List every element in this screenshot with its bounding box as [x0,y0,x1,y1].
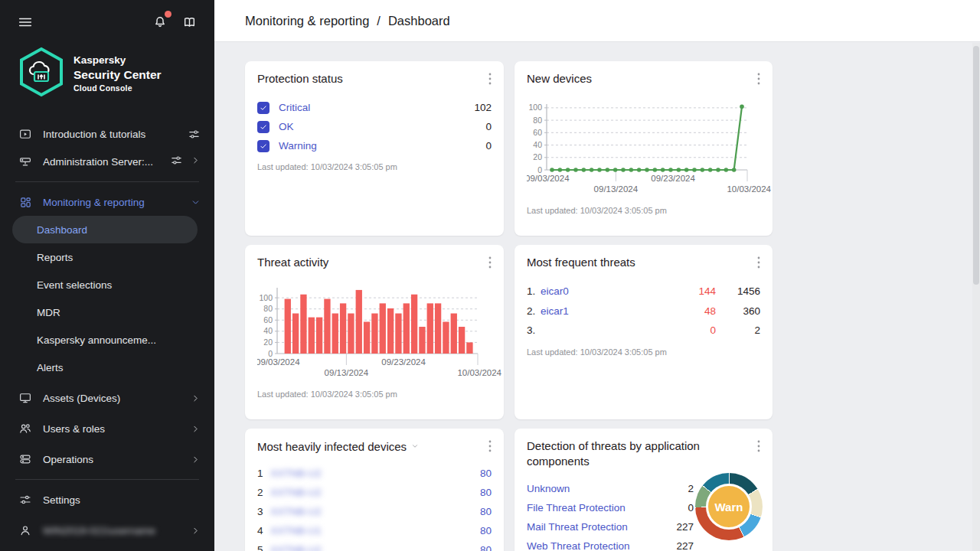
checkbox-critical[interactable] [257,102,270,114]
card-title-text: Most heavily infected devices [257,440,407,453]
threat-activity-bar-chart: 02040608010009/03/202409/23/202409/13/20… [257,283,492,383]
device-count: 80 [480,468,492,479]
settings-sliders-icon [18,493,32,507]
sidebar-item-monitoring-reporting[interactable]: Monitoring & reporting [0,188,214,216]
card-title: Protection status [257,71,343,86]
last-updated-text: Last updated: 10/03/2024 3:05:05 pm [527,206,760,215]
kebab-icon [757,76,760,87]
svg-text:100: 100 [259,293,273,302]
notifications-button[interactable] [151,13,169,34]
chevron-right-icon [191,155,201,168]
card-menu-button[interactable] [754,71,763,89]
sidebar-item-mdr[interactable]: MDR [0,298,214,326]
svg-text:40: 40 [533,140,542,149]
monitor-icon [18,391,32,405]
checkbox-ok[interactable] [257,121,270,133]
card-detection-components: Detection of threats by application comp… [514,429,773,551]
sidebar-nav: Introduction & tutorials Administration … [0,111,214,551]
sidebar-item-operations[interactable]: Operations [0,445,214,473]
component-link[interactable]: Mail Threat Protection [527,521,628,533]
card-title: Most heavily infected devices [257,439,419,455]
threat-rank: 1. [527,285,541,297]
help-book-button[interactable] [180,13,199,34]
threat-count-red: 144 [670,285,716,297]
dropdown-chevron-icon[interactable] [411,439,419,452]
device-row: 4 XXTNB-U1 80 [257,521,492,540]
sidebar-item-settings[interactable]: Settings [0,486,214,514]
device-name-link[interactable]: XXTNB-U2 [270,468,322,479]
kebab-icon [757,443,760,455]
component-row: Web Threat Protection 227 [527,536,694,551]
component-link[interactable]: Unknown [527,483,570,494]
card-menu-button[interactable] [485,439,495,456]
book-icon [181,15,198,32]
card-title: Threat activity [257,255,328,270]
sidebar-item-alerts[interactable]: Alerts [0,354,214,381]
svg-text:0: 0 [537,165,542,174]
scrollbar-thumb[interactable] [973,46,979,285]
notification-dot [165,11,172,18]
component-count: 0 [688,502,694,514]
sidebar-item-administration-server[interactable]: Administration Server:... [0,148,214,175]
sidebar-item-users-roles[interactable]: Users & roles [0,415,214,442]
logo-title-line2: Security Center [74,67,162,82]
sidebar-item-event-selections[interactable]: Event selections [0,271,214,298]
sidebar-item-reports[interactable]: Reports [0,243,214,271]
component-count: 2 [688,483,694,494]
sidebar-user-account[interactable]: WIN2019-021\username [0,517,214,544]
breadcrumb-section[interactable]: Monitoring & reporting [245,14,369,28]
status-row-warning: Warning 0 [257,136,492,155]
breadcrumb-page: Dashboard [388,14,450,28]
last-updated-text: Last updated: 10/03/2024 3:05:05 pm [257,390,492,399]
threat-name-link[interactable]: eicar0 [541,285,569,297]
chevron-right-icon [191,455,201,465]
sidebar-topbar [0,0,214,41]
sidebar-item-kaspersky-announcements[interactable]: Kaspersky announceme... [0,326,214,354]
device-name-link[interactable]: XXTNB-U1 [270,525,322,536]
kebab-icon [488,443,492,455]
sidebar-item-introduction-tutorials[interactable]: Introduction & tutorials [0,120,214,148]
card-menu-button[interactable] [485,71,495,89]
server-icon [18,155,32,168]
warning-count: 0 [485,140,492,152]
card-menu-button[interactable] [754,255,763,272]
sliders-icon[interactable] [188,128,201,141]
kebab-icon [488,76,492,87]
checkbox-warning[interactable] [257,140,270,152]
threat-count-red: 0 [670,324,716,336]
card-menu-button[interactable] [754,439,763,456]
sidebar-item-dashboard[interactable]: Dashboard [12,216,198,243]
chevron-right-icon [191,424,201,434]
device-name-link[interactable]: XXTNB-U2 [270,506,322,517]
device-count: 80 [480,506,492,517]
card-menu-button[interactable] [485,255,495,272]
sliders-icon[interactable] [170,154,183,169]
svg-text:40: 40 [263,326,273,335]
scrollbar-track[interactable] [972,43,980,551]
device-name-link[interactable]: XXTNB-U2 [270,487,322,498]
component-link[interactable]: File Threat Protection [527,502,626,514]
svg-text:0: 0 [268,349,273,358]
sidebar-item-label: Users & roles [43,423,191,435]
main-area: Monitoring & reporting / Dashboard Prote… [214,0,980,551]
threat-count-red: 48 [670,305,716,317]
logo-subtitle: Cloud Console [74,83,162,93]
svg-text:09/23/2024: 09/23/2024 [381,357,426,367]
critical-link[interactable]: Critical [279,102,310,113]
threat-count-total: 2 [716,324,760,336]
warning-link[interactable]: Warning [279,140,317,152]
user-account-label: WIN2019-021\username [43,525,191,536]
threat-rank: 3. [527,324,541,336]
threat-name-link[interactable]: eicar1 [541,305,569,317]
sidebar-item-label: Administration Server:... [43,156,170,168]
menu-toggle-button[interactable] [15,12,35,34]
device-name-link[interactable]: XXTNB-U2 [270,544,322,551]
breadcrumb-separator: / [377,14,381,28]
svg-text:20: 20 [263,337,273,347]
page-header: Monitoring & reporting / Dashboard [214,0,980,42]
sidebar-item-assets-devices[interactable]: Assets (Devices) [0,384,214,412]
component-link[interactable]: Web Threat Protection [527,540,630,551]
ok-link[interactable]: OK [279,121,294,132]
svg-text:09/23/2024: 09/23/2024 [651,174,695,183]
sidebar-item-label: Reports [37,252,73,263]
